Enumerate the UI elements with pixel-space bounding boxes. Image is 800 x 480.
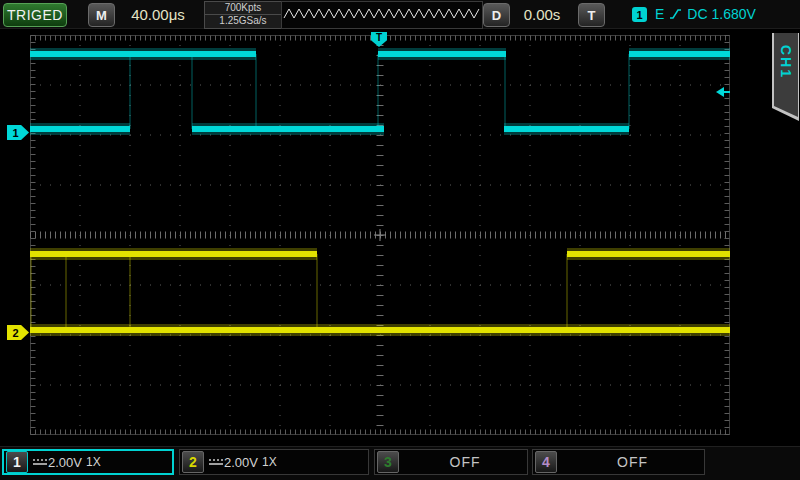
trigger-coupling-level: DC 1.680V [687, 6, 755, 22]
trigger-settings-readout: E DC 1.680V [655, 3, 756, 25]
trigger-delay-readout: 0.00s [509, 3, 575, 25]
channel3-status-box[interactable]: 3 OFF [374, 449, 528, 475]
oscilloscope-screen: TRIGED M 40.00μs 700Kpts 1.25GSa/s D 0.0… [0, 0, 800, 480]
channel3-status: OFF [403, 454, 527, 470]
trigger-status-badge: TRIGED [3, 3, 67, 27]
channel2-status-box[interactable]: 2 2.00V 1X [179, 449, 369, 475]
memory-depth: 700Kpts [205, 2, 281, 15]
timebase-readout: 40.00μs [114, 3, 202, 25]
channel4-status: OFF [561, 454, 704, 470]
channel1-scale: 2.00V [48, 455, 82, 470]
channel4-badge: 4 [535, 451, 557, 473]
graticule [30, 35, 730, 435]
channel-menu-tab-face: CH1 [774, 33, 798, 119]
channel2-badge: 2 [182, 451, 204, 473]
trigger-source-channel-badge: 1 [632, 7, 647, 22]
channel2-scale: 2.00V [224, 455, 258, 470]
waveform-preview-zigzag [282, 2, 480, 26]
channel1-probe: 1X [86, 455, 101, 469]
horizontal-menu-button[interactable]: M [88, 3, 115, 27]
ch1-position-marker[interactable]: 1 [7, 125, 29, 140]
top-status-bar: TRIGED M 40.00μs 700Kpts 1.25GSa/s D 0.0… [0, 0, 800, 29]
trigger-menu-button[interactable]: T [578, 3, 605, 27]
dc-coupling-icon [208, 457, 224, 467]
trigger-type-label: E [655, 6, 664, 22]
ch2-position-marker[interactable]: 2 [7, 325, 29, 340]
channel-menu-tab-label: CH1 [778, 45, 794, 79]
rising-edge-icon [669, 7, 682, 21]
channel1-badge: 1 [6, 451, 28, 473]
waveform-preview[interactable] [281, 1, 483, 29]
channel3-badge: 3 [377, 451, 399, 473]
sample-rate: 1.25GSa/s [205, 15, 281, 27]
channel4-status-box[interactable]: 4 OFF [532, 449, 705, 475]
channel2-probe: 1X [262, 455, 277, 469]
dc-coupling-icon [32, 457, 48, 467]
acquisition-info-box: 700Kpts 1.25GSa/s [204, 1, 282, 29]
channel1-status-box[interactable]: 1 2.00V 1X [2, 449, 174, 475]
channel-menu-tab[interactable]: CH1 [772, 33, 799, 121]
delay-menu-button[interactable]: D [483, 3, 510, 27]
bottom-channel-bar: 1 2.00V 1X 2 2.00V 1X 3 OFF 4 OFF [0, 446, 800, 480]
